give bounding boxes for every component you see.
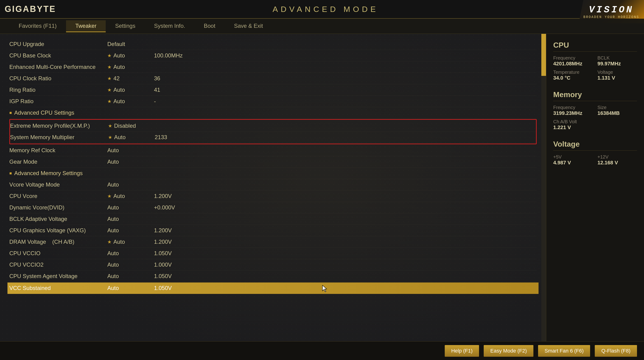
value-sys-mem-mult: ★ Auto — [108, 134, 155, 141]
value2-sys-mem-mult: 2133 — [155, 134, 197, 141]
value2-cpu-vccio: 1.050V — [154, 250, 196, 257]
label-cpu-clock-ratio: CPU Clock Ratio — [9, 75, 107, 82]
label-vcore-volt-mode: Vcore Voltage Mode — [9, 181, 107, 188]
mode-title: ADVANCED MODE — [272, 5, 378, 14]
gigabyte-logo: GIGABYTE — [5, 4, 56, 14]
v5: +5V 4.987 V — [553, 154, 593, 166]
value-cpu-upgrade: Default — [107, 41, 154, 47]
value-cpu-base-clock: ★ Auto — [107, 52, 154, 59]
label-adv-mem-section: Advanced Memory Settings — [9, 170, 107, 177]
value-dvid: Auto — [107, 204, 154, 211]
voltage-info-section: Voltage +5V 4.987 V +12V 12.168 V — [553, 140, 637, 166]
value2-cpu-vccio2: 1.000V — [154, 261, 196, 268]
label-enhanced-multicore: Enhanced Multi-Core Performance — [9, 64, 107, 70]
label-vcc-substained: VCC Substained — [9, 285, 107, 291]
tab-boot[interactable]: Boot — [194, 20, 225, 32]
value-cpu-vccio: Auto — [107, 250, 154, 257]
value2-vcc-substained: 1.050V — [154, 285, 196, 291]
voltage-info-grid: +5V 4.987 V +12V 12.168 V — [553, 154, 637, 166]
tab-sysinfo[interactable]: System Info. — [145, 20, 194, 32]
value-cpu-vcore: ★ Auto — [107, 193, 154, 199]
row-cpu-clock-ratio[interactable]: CPU Clock Ratio ★ 42 36 — [9, 73, 537, 84]
qflash-button[interactable]: Q-Flash (F8) — [595, 345, 637, 357]
label-mem-ref-clock: Memory Ref Clock — [9, 147, 107, 154]
row-gear-mode[interactable]: Gear Mode Auto — [9, 156, 537, 168]
value-bclk-adaptive: Auto — [107, 216, 154, 222]
value2-igp-ratio: - — [154, 98, 196, 105]
mem-freq: Frequency 3199.23MHz — [553, 105, 593, 116]
row-igp-ratio[interactable]: IGP Ratio ★ Auto - — [9, 96, 537, 107]
top-bar: GIGABYTE ADVANCED MODE 02/18/2022 Friday… — [0, 0, 644, 19]
row-enhanced-multicore[interactable]: Enhanced Multi-Core Performance ★ Auto — [9, 61, 537, 73]
vision-sub: BROADEN YOUR HORIZONS — [583, 15, 639, 19]
value-dram-volt: ★ Auto — [107, 239, 154, 245]
label-adv-cpu-section: Advanced CPU Settings — [9, 110, 107, 116]
label-cpu-vaxg: CPU Graphics Voltage (VAXG) — [9, 227, 107, 234]
label-cpu-vccio: CPU VCCIO — [9, 250, 107, 257]
row-cpu-upgrade[interactable]: CPU Upgrade Default — [9, 39, 537, 50]
value-vcc-substained: Auto — [107, 285, 154, 291]
value-cpu-sa-volt: Auto — [107, 273, 154, 279]
value-ring-ratio: ★ Auto — [107, 87, 154, 93]
tab-saveexit[interactable]: Save & Exit — [225, 20, 272, 32]
memory-info-grid: Frequency 3199.23MHz Size 16384MB Ch A/B… — [553, 105, 637, 131]
row-ring-ratio[interactable]: Ring Ratio ★ Auto 41 — [9, 84, 537, 96]
voltage-section-title: Voltage — [553, 140, 637, 151]
row-dvid[interactable]: Dynamic Vcore(DVID) Auto +0.000V — [9, 202, 537, 213]
value-mem-ref-clock: Auto — [107, 147, 154, 154]
row-adv-cpu-section: Advanced CPU Settings — [9, 107, 537, 119]
row-vcc-substained[interactable]: VCC Substained Auto 1.050V — [8, 282, 538, 294]
smart-fan-button[interactable]: Smart Fan 6 (F6) — [538, 345, 590, 357]
value-xmp: ★ Disabled — [108, 123, 155, 129]
row-cpu-sa-volt[interactable]: CPU System Agent Voltage Auto 1.050V — [9, 271, 537, 282]
label-cpu-sa-volt: CPU System Agent Voltage — [9, 273, 107, 279]
info-panel: CPU Frequency 4201.08MHz BCLK 99.97MHz T… — [546, 34, 644, 341]
value2-cpu-base-clock: 100.00MHz — [154, 52, 196, 59]
main-content: CPU Upgrade Default CPU Base Clock ★ Aut… — [0, 34, 644, 341]
row-cpu-base-clock[interactable]: CPU Base Clock ★ Auto 100.00MHz — [9, 50, 537, 61]
row-cpu-vccio[interactable]: CPU VCCIO Auto 1.050V — [9, 248, 537, 259]
row-cpu-vcore[interactable]: CPU Vcore ★ Auto 1.200V — [9, 190, 537, 202]
label-bclk-adaptive: BCLK Adaptive Voltage — [9, 216, 107, 222]
row-adv-mem-section: Advanced Memory Settings — [9, 168, 537, 179]
label-cpu-vccio2: CPU VCCIO2 — [9, 261, 107, 268]
memory-info-section: Memory Frequency 3199.23MHz Size 16384MB… — [553, 90, 637, 131]
row-cpu-vaxg[interactable]: CPU Graphics Voltage (VAXG) Auto 1.200V — [9, 225, 537, 236]
mem-chvolt: Ch A/B Volt 1.221 V — [553, 119, 637, 131]
value2-cpu-vcore: 1.200V — [154, 193, 196, 199]
v12: +12V 12.168 V — [598, 154, 637, 166]
scrollbar-track[interactable] — [541, 34, 546, 341]
memory-section-title: Memory — [553, 90, 637, 101]
value-cpu-vccio2: Auto — [107, 261, 154, 268]
cpu-freq-label: Frequency 4201.08MHz — [553, 55, 593, 67]
tab-settings[interactable]: Settings — [106, 20, 145, 32]
row-bclk-adaptive[interactable]: BCLK Adaptive Voltage Auto — [9, 213, 537, 225]
row-sys-mem-mult[interactable]: System Memory Multiplier ★ Auto 2133 — [10, 132, 536, 143]
value-cpu-clock-ratio: ★ 42 — [107, 75, 154, 82]
label-xmp: Extreme Memory Profile(X.M.P.) — [10, 123, 108, 129]
label-sys-mem-mult: System Memory Multiplier — [10, 134, 108, 141]
cpu-section-title: CPU — [553, 41, 637, 52]
row-cpu-vccio2[interactable]: CPU VCCIO2 Auto 1.000V — [9, 259, 537, 271]
mem-size: Size 16384MB — [598, 105, 637, 116]
easy-mode-button[interactable]: Easy Mode (F2) — [484, 345, 534, 357]
help-button[interactable]: Help (F1) — [445, 345, 479, 357]
value-enhanced-multicore: ★ Auto — [107, 64, 154, 70]
scrollbar-thumb[interactable] — [541, 34, 546, 76]
label-cpu-vcore: CPU Vcore — [9, 193, 107, 199]
label-cpu-base-clock: CPU Base Clock — [9, 52, 107, 59]
tab-favorites[interactable]: Favorites (F11) — [9, 20, 66, 32]
label-dram-volt: DRAM Voltage (CH A/B) — [9, 239, 107, 245]
row-dram-volt[interactable]: DRAM Voltage (CH A/B) ★ Auto 1.200V — [9, 236, 537, 248]
nav-tabs: Favorites (F11) Tweaker Settings System … — [0, 19, 644, 34]
cpu-bclk: BCLK 99.97MHz — [598, 55, 637, 67]
label-ring-ratio: Ring Ratio — [9, 87, 107, 93]
row-mem-ref-clock[interactable]: Memory Ref Clock Auto — [9, 145, 537, 156]
settings-panel: CPU Upgrade Default CPU Base Clock ★ Aut… — [0, 34, 546, 341]
cpu-temp: Temperature 34.0 °C — [553, 70, 593, 81]
row-xmp[interactable]: Extreme Memory Profile(X.M.P.) ★ Disable… — [10, 120, 536, 132]
tab-tweaker[interactable]: Tweaker — [66, 20, 106, 32]
row-vcore-volt-mode[interactable]: Vcore Voltage Mode Auto — [9, 179, 537, 190]
bottom-bar: Help (F1) Easy Mode (F2) Smart Fan 6 (F6… — [0, 341, 644, 360]
label-cpu-upgrade: CPU Upgrade — [9, 41, 107, 47]
